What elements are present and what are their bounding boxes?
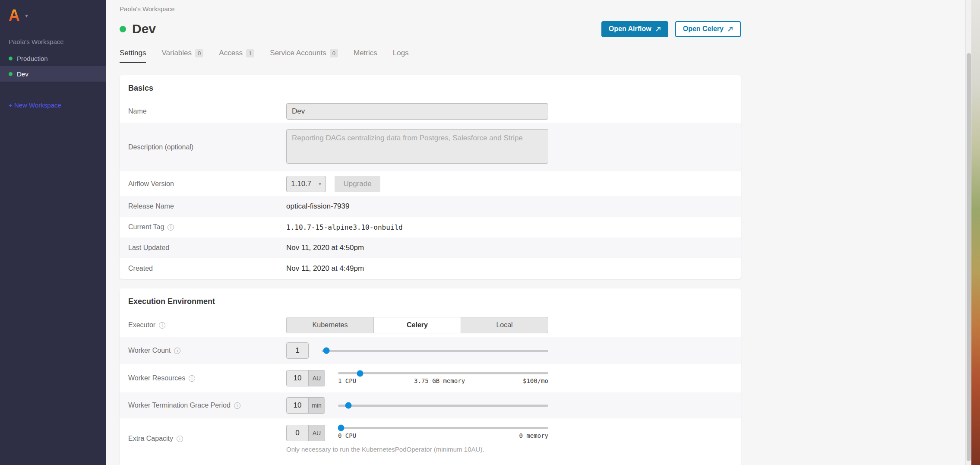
upgrade-button[interactable]: Upgrade: [335, 176, 380, 192]
sidebar-item-dev[interactable]: Dev: [0, 66, 106, 82]
basics-card-title: Basics: [120, 75, 741, 100]
extra-capacity-input[interactable]: [287, 425, 308, 441]
tab-logs[interactable]: Logs: [393, 49, 409, 63]
tab-service-accounts[interactable]: Service Accounts 0: [270, 49, 338, 63]
extra-capacity-row: Extra Capacity AU: [120, 418, 741, 459]
executor-row: Executor Kubernetes Celery Local: [120, 313, 741, 337]
grace-period-row: Worker Termination Grace Period min: [120, 392, 741, 418]
scrollbar-thumb[interactable]: [967, 53, 971, 461]
current-tag-row: Current Tag 1.10.7-15-alpine3.10-onbuild: [120, 217, 741, 237]
content: Paola's Workspace Dev Open Airflow Open …: [120, 5, 741, 465]
current-tag-label-wrap: Current Tag: [128, 223, 286, 231]
worker-count-label-wrap: Worker Count: [128, 347, 286, 354]
tab-label: Metrics: [354, 49, 377, 57]
current-tag-control: 1.10.7-15-alpine3.10-onbuild: [286, 223, 548, 231]
extra-capacity-label-wrap: Extra Capacity: [128, 435, 286, 443]
tab-count-badge: 0: [330, 49, 338, 57]
au-unit-badge: AU: [308, 370, 325, 386]
sidebar-item-label: Production: [17, 55, 48, 62]
tab-variables[interactable]: Variables 0: [161, 49, 203, 63]
status-dot-icon: [9, 72, 13, 76]
page-title: Dev: [132, 22, 156, 36]
slider-handle[interactable]: [323, 348, 329, 354]
slider-rail[interactable]: [338, 372, 548, 374]
grace-period-control: min: [286, 397, 548, 414]
worker-count-input[interactable]: [287, 343, 308, 358]
grace-period-label: Worker Termination Grace Period: [128, 402, 231, 409]
description-textarea[interactable]: [286, 129, 548, 164]
created-value: Nov 11, 2020 at 4:49pm: [286, 264, 364, 272]
scrollbar-track[interactable]: [965, 0, 971, 465]
description-control: [286, 129, 548, 165]
info-icon[interactable]: [189, 375, 195, 382]
open-airflow-button[interactable]: Open Airflow: [601, 21, 668, 37]
info-icon[interactable]: [174, 348, 180, 354]
name-label: Name: [128, 108, 286, 115]
created-row: Created Nov 11, 2020 at 4:49pm: [120, 258, 741, 279]
last-updated-label: Last Updated: [128, 244, 286, 252]
info-icon[interactable]: [177, 436, 183, 442]
airflow-version-value: 1.10.7: [291, 180, 311, 188]
tab-count-badge: 0: [195, 49, 203, 57]
extra-capacity-slider: 0 CPU 0 memory: [338, 427, 548, 439]
release-name-control: optical-fission-7939: [286, 202, 548, 211]
created-label: Created: [128, 265, 286, 272]
page-header: Dev Open Airflow Open Celery: [120, 19, 741, 38]
open-celery-button[interactable]: Open Celery: [675, 21, 741, 37]
name-input[interactable]: [286, 103, 548, 120]
slider-rail[interactable]: [338, 405, 548, 407]
breadcrumb[interactable]: Paola's Workspace: [120, 5, 741, 13]
worker-count-slider: [322, 350, 548, 352]
airflow-version-label: Airflow Version: [128, 180, 286, 188]
slider-rail[interactable]: [322, 350, 548, 352]
extra-capacity-control: AU 0 CPU 0 memory: [286, 425, 548, 453]
description-row: Description (optional): [120, 123, 741, 171]
tab-metrics[interactable]: Metrics: [354, 49, 377, 63]
worker-resources-input-wrap: AU: [286, 370, 325, 386]
sidebar-item-label: Dev: [17, 70, 28, 78]
name-control: [286, 103, 548, 120]
executor-option-local[interactable]: Local: [461, 317, 548, 333]
chevron-down-icon[interactable]: [25, 12, 28, 19]
sidebar-item-production[interactable]: Production: [0, 51, 106, 66]
created-control: Nov 11, 2020 at 4:49pm: [286, 264, 548, 273]
worker-resources-input[interactable]: [287, 370, 308, 386]
extra-capacity-help-text: Only necessary to run the KubernetesPodO…: [286, 446, 548, 453]
slider-handle[interactable]: [345, 402, 352, 409]
last-updated-control: Nov 11, 2020 at 4:50pm: [286, 244, 548, 252]
airflow-version-select[interactable]: 1.10.7: [286, 176, 326, 192]
sidebar: A Paola's Workspace Production Dev + New…: [0, 0, 106, 465]
airflow-version-row: Airflow Version 1.10.7 Upgrade: [120, 171, 741, 196]
slider-rail[interactable]: [338, 427, 548, 429]
release-name-label: Release Name: [128, 202, 286, 210]
tab-label: Settings: [120, 49, 146, 57]
tab-settings[interactable]: Settings: [120, 49, 146, 63]
worker-resources-label: Worker Resources: [128, 374, 185, 382]
tab-access[interactable]: Access 1: [219, 49, 254, 63]
worker-resources-label-wrap: Worker Resources: [128, 374, 286, 382]
new-workspace-link[interactable]: + New Workspace: [0, 101, 106, 109]
header-actions: Open Airflow Open Celery: [601, 21, 741, 37]
grace-period-label-wrap: Worker Termination Grace Period: [128, 402, 286, 409]
tab-label: Service Accounts: [270, 49, 326, 57]
info-icon[interactable]: [168, 224, 174, 231]
executor-option-kubernetes[interactable]: Kubernetes: [286, 317, 374, 333]
executor-segmented-control: Kubernetes Celery Local: [286, 317, 548, 333]
airflow-version-control: 1.10.7 Upgrade: [286, 176, 548, 192]
worker-count-control: [286, 342, 548, 359]
slider-handle[interactable]: [357, 370, 364, 376]
deployment-status-dot-icon: [120, 26, 126, 32]
worker-resources-slider-labels: 1 CPU 3.75 GB memory $100/mo: [338, 377, 548, 384]
executor-option-celery[interactable]: Celery: [373, 317, 461, 333]
current-tag-label: Current Tag: [128, 223, 164, 231]
release-name-row: Release Name optical-fission-7939: [120, 196, 741, 217]
tab-label: Access: [219, 49, 243, 57]
min-unit-badge: min: [308, 398, 325, 413]
grace-period-input[interactable]: [287, 398, 308, 413]
info-icon[interactable]: [159, 322, 165, 329]
info-icon[interactable]: [234, 402, 240, 409]
astronomer-logo[interactable]: A: [9, 8, 20, 23]
extra-capacity-label: Extra Capacity: [128, 435, 173, 443]
slider-handle[interactable]: [338, 425, 345, 431]
worker-count-input-wrap: [286, 342, 309, 359]
